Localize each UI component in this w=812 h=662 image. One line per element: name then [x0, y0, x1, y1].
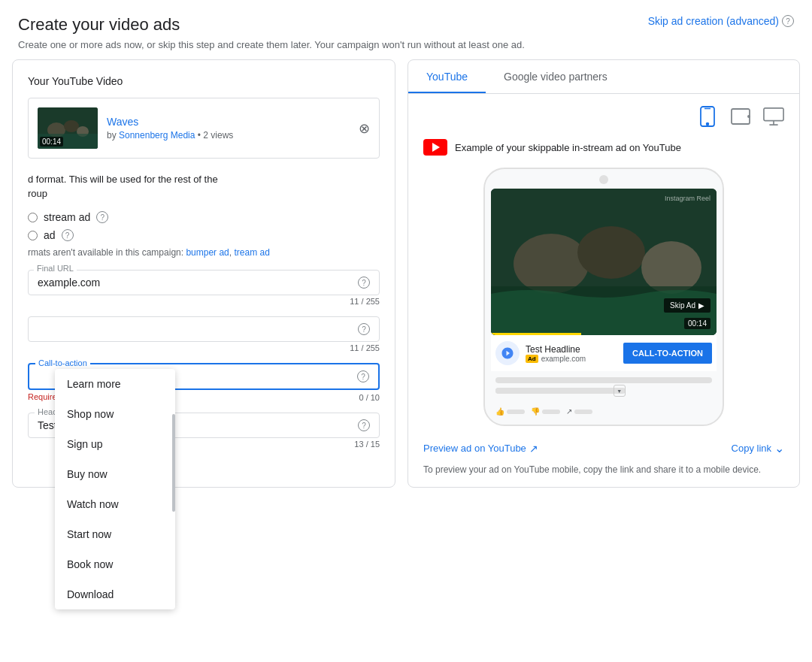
ad-badge: Ad [526, 355, 538, 363]
dropdown-item-sign-up[interactable]: Sign up [55, 429, 175, 459]
tablet-device-icon[interactable] [730, 106, 751, 127]
cta-char-count: 0 / 10 [359, 393, 380, 402]
cta-preview-button[interactable]: CALL-TO-ACTION [623, 343, 712, 364]
svg-rect-8 [732, 109, 750, 124]
phone-notch [599, 175, 608, 184]
preview-label-text: Example of your skippable in-stream ad o… [455, 142, 681, 153]
left-panel: Your YouTube Video 00:14 [12, 59, 395, 488]
format-text: d format. This will be used for the rest… [28, 174, 380, 185]
format-section: d format. This will be used for the rest… [28, 174, 380, 449]
remove-video-button[interactable]: ⊗ [359, 120, 370, 137]
dropdown-item-learn-more[interactable]: Learn more [55, 369, 175, 399]
copy-link-chevron-icon[interactable]: ⌄ [774, 441, 784, 455]
video-duration-badge: 00:14 [40, 137, 63, 147]
ad-icon [495, 341, 520, 365]
like-count [507, 410, 525, 414]
svg-point-6 [707, 123, 709, 125]
instream-radio[interactable] [28, 213, 38, 222]
page-subtitle: Create one or more ads now, or skip this… [18, 39, 525, 50]
right-panel: YouTube Google video partners [408, 59, 800, 488]
mobile-device-icon[interactable] [697, 106, 718, 127]
video-thumbnail: 00:14 [38, 107, 98, 149]
final-url-input-wrapper: ? [28, 270, 380, 295]
preview-header: Example of your skippable in-stream ad o… [408, 133, 799, 162]
svg-point-15 [577, 226, 645, 279]
final-url-input[interactable] [38, 277, 358, 289]
page-title: Create your video ads [18, 15, 525, 35]
skip-ad-creation-link[interactable]: Skip ad creation (advanced) ? [648, 15, 794, 27]
desktop-device-icon[interactable] [763, 106, 784, 127]
skip-ad-button[interactable]: Skip Ad ▶ [664, 298, 710, 313]
ad-headline-preview: Test Headline [526, 344, 617, 355]
video-meta: by Sonnenberg Media • 2 views [107, 130, 350, 141]
ad-brand-icon [501, 346, 514, 360]
share-reaction[interactable]: ↗ [566, 407, 592, 416]
device-icons-row [408, 94, 799, 133]
share-icon: ↗ [566, 407, 572, 416]
final-url-help-icon[interactable]: ? [358, 277, 370, 289]
non-skippable-radio-row: ad ? [28, 229, 380, 241]
instream-label: stream ad [44, 211, 90, 223]
tab-youtube[interactable]: YouTube [408, 60, 486, 93]
non-skippable-help-icon[interactable]: ? [62, 229, 74, 241]
cta-help-icon[interactable]: ? [357, 370, 369, 382]
preview-tabs: YouTube Google video partners [408, 60, 799, 94]
content-lines: ▼ [491, 371, 717, 404]
svg-point-2 [64, 120, 79, 132]
non-skippable-radio[interactable] [28, 231, 38, 240]
preview-ad-link[interactable]: Preview ad on YouTube ↗ [423, 443, 538, 455]
dropdown-item-shop-now[interactable]: Shop now [55, 399, 175, 429]
video-info: Waves by Sonnenberg Media • 2 views [107, 116, 350, 141]
final-url-label: Final URL [34, 264, 77, 273]
unavailable-formats-text: rmats aren't available in this campaign:… [28, 247, 380, 258]
dropdown-item-book-now[interactable]: Book now [55, 549, 175, 579]
svg-point-16 [641, 241, 701, 294]
display-url-help-icon[interactable]: ? [358, 323, 370, 335]
ad-info-row: Test Headline Ad example.com CALL-TO-ACT… [491, 335, 717, 371]
display-url-input[interactable] [38, 323, 358, 335]
video-views: • 2 views [198, 130, 234, 141]
preview-video-svg [491, 189, 717, 335]
youtube-video-section-title: Your YouTube Video [28, 75, 380, 87]
dropdown-item-buy-now[interactable]: Buy now [55, 459, 175, 489]
video-progress-bar [491, 333, 581, 335]
external-link-icon: ↗ [529, 443, 538, 455]
video-card: 00:14 Waves by Sonnenberg Media • 2 view… [28, 98, 380, 159]
video-author-link[interactable]: Sonnenberg Media [119, 130, 195, 141]
video-timer-badge: 00:14 [684, 318, 710, 329]
ad-url-row: Ad example.com [526, 355, 617, 363]
content-line-2: ▼ [495, 388, 626, 394]
dropdown-scrollbar [172, 414, 175, 512]
copy-link-button[interactable]: Copy link [732, 443, 771, 454]
dislike-reaction[interactable]: 👎 [531, 407, 560, 416]
bumper-ad-link[interactable]: bumper ad [186, 247, 229, 258]
reactions-row: 👍 👎 ↗ [491, 404, 717, 419]
skip-help-icon[interactable]: ? [782, 15, 794, 27]
ad-text-info: Test Headline Ad example.com [526, 344, 617, 363]
youtube-play-icon [432, 143, 440, 152]
video-title: Waves [107, 116, 350, 128]
like-reaction[interactable]: 👍 [495, 407, 525, 416]
tab-google-video-partners[interactable]: Google video partners [486, 60, 626, 93]
video-preview-area: Instagram Reel Skip Ad ▶ 00:14 [491, 189, 717, 335]
display-url-input-wrapper: ? [28, 316, 380, 342]
display-url-char-count: 11 / 255 [28, 343, 380, 352]
skip-ad-arrow: ▶ [698, 301, 704, 310]
svg-point-9 [748, 116, 750, 117]
phone-mockup: Instagram Reel Skip Ad ▶ 00:14 [483, 168, 724, 426]
svg-point-14 [514, 234, 589, 294]
instream-ad-link[interactable]: tream ad [234, 247, 269, 258]
like-icon: 👍 [495, 407, 504, 416]
headline-help-icon[interactable]: ? [358, 419, 370, 431]
instagram-reel-label: Instagram Reel [665, 195, 710, 202]
preview-note: To preview your ad on YouTube mobile, co… [408, 464, 799, 487]
dropdown-item-start-now[interactable]: Start now [55, 519, 175, 549]
dislike-icon: 👎 [531, 407, 540, 416]
instream-help-icon[interactable]: ? [96, 211, 108, 223]
skip-ad-text: Skip Ad [670, 301, 695, 310]
dropdown-item-watch-now[interactable]: Watch now [55, 489, 175, 519]
dropdown-item-download[interactable]: Download [55, 579, 175, 609]
main-content: Your YouTube Video 00:14 [0, 59, 812, 500]
ad-url-preview: example.com [541, 355, 586, 363]
final-url-field-group: Final URL ? 11 / 255 [28, 270, 380, 306]
